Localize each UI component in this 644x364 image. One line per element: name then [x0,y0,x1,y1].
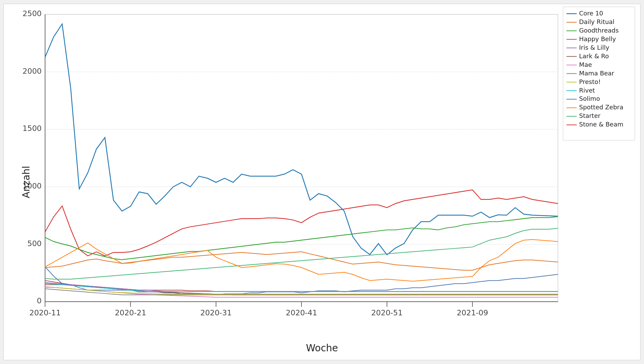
svg-text:2020-31: 2020-31 [200,308,232,317]
chart-container: Anzahl Woche 0 500 [3,4,641,360]
svg-text:Rivet: Rivet [579,87,595,94]
svg-text:Presto!: Presto! [579,78,601,85]
svg-text:2000: 2000 [23,67,42,75]
svg-text:2020-21: 2020-21 [115,308,146,317]
x-axis-label: Woche [306,342,338,354]
svg-text:2020-51: 2020-51 [371,308,403,317]
chart-inner: Anzahl Woche 0 500 [4,4,640,360]
svg-text:Mae: Mae [579,61,592,68]
svg-text:500: 500 [27,239,42,248]
y-axis-label: Anzahl [21,166,32,198]
main-svg: 0 500 1000 1500 2000 2500 2020-11 2020-2… [4,4,640,360]
svg-text:2021-09: 2021-09 [457,308,488,317]
svg-text:2500: 2500 [23,9,42,18]
svg-text:Solimo: Solimo [579,95,600,102]
svg-text:Stone & Beam: Stone & Beam [579,121,623,128]
svg-text:Spotted Zebra: Spotted Zebra [579,104,623,111]
svg-text:Daily Ritual: Daily Ritual [579,18,615,25]
svg-text:0: 0 [37,296,42,305]
svg-text:Core 10: Core 10 [579,10,603,17]
svg-text:2020-41: 2020-41 [286,308,317,317]
svg-text:Goodthreads: Goodthreads [579,27,619,34]
svg-text:Mama Bear: Mama Bear [579,70,615,77]
svg-text:Iris & Lilly: Iris & Lilly [579,44,609,51]
svg-text:Happy Belly: Happy Belly [579,35,616,43]
svg-text:Starter: Starter [579,112,601,119]
svg-text:Lark & Ro: Lark & Ro [579,52,609,60]
svg-text:2020-11: 2020-11 [29,308,61,317]
svg-rect-0 [45,14,558,302]
svg-text:1500: 1500 [23,124,42,133]
